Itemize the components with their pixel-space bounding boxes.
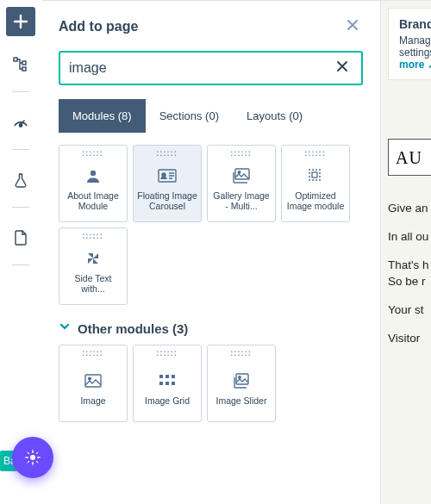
other-modules-header[interactable]: Other modules (3)	[59, 320, 363, 336]
add-button[interactable]	[6, 7, 35, 36]
drag-handle-icon: ••••••••••••	[83, 233, 104, 240]
svg-rect-26	[172, 375, 175, 378]
module-label: Image Grid	[143, 395, 191, 406]
svg-point-6	[162, 173, 166, 177]
dots-square-icon	[308, 165, 323, 187]
svg-rect-1	[22, 61, 26, 65]
svg-point-15	[309, 176, 310, 177]
svg-point-20	[319, 179, 321, 181]
sparkle-icon	[22, 447, 43, 468]
grid-icon	[159, 370, 175, 392]
module-optimized-image[interactable]: •••••••••••• Optimized Image module	[281, 145, 350, 222]
person-icon	[84, 165, 102, 187]
module-label: About Image Module	[61, 190, 125, 211]
svg-point-4	[91, 171, 96, 176]
svg-rect-25	[166, 375, 169, 378]
drag-handle-icon: ••••••••••••	[157, 350, 178, 357]
panel-title: Add to page	[59, 19, 138, 34]
theme-module-grid: •••••••••••• About Image Module ••••••••…	[59, 145, 363, 305]
module-label: Floating Image Carousel	[135, 190, 199, 211]
svg-point-23	[89, 377, 91, 380]
chevron-down-icon	[59, 320, 71, 336]
preview-logo-text: AU	[396, 148, 422, 167]
svg-rect-21	[312, 172, 317, 177]
id-card-icon	[158, 165, 177, 187]
svg-point-14	[319, 172, 321, 174]
svg-point-32	[30, 455, 35, 460]
module-image[interactable]: •••••••••••• Image	[59, 345, 128, 422]
tab-layouts[interactable]: Layouts (0)	[233, 99, 316, 133]
image-icon	[84, 370, 102, 392]
tabs: Modules (8) Sections (0) Layouts (0)	[59, 99, 363, 133]
svg-rect-28	[166, 382, 169, 385]
section-title: Other modules (3)	[78, 321, 188, 336]
preview-text: In all ou	[388, 230, 431, 243]
tab-modules[interactable]: Modules (8)	[59, 99, 146, 133]
search-field[interactable]	[59, 51, 363, 85]
flask-icon[interactable]	[6, 165, 35, 195]
svg-point-16	[319, 176, 321, 177]
add-to-page-panel: Add to page Modules (8) Sections (0) Lay…	[41, 0, 381, 504]
svg-point-8	[238, 171, 240, 174]
svg-point-3	[19, 124, 22, 127]
preview-text: Visitor	[388, 332, 431, 345]
module-label: Optimized Image module	[284, 190, 347, 211]
drag-handle-icon: ••••••••••••	[231, 350, 253, 357]
close-icon[interactable]	[342, 15, 363, 39]
preview-logo: AU	[388, 139, 431, 176]
tab-sections[interactable]: Sections (0)	[146, 99, 233, 133]
module-floating-carousel[interactable]: •••••••••••• Floating Image Carousel	[133, 145, 202, 222]
preview-text: That's h	[388, 258, 431, 271]
brand-settings-card[interactable]: Brand Manage settings more ↗	[388, 8, 431, 80]
module-side-text[interactable]: •••••••••••• Side Text with...	[59, 227, 128, 305]
module-image-slider[interactable]: •••••••••••• Image Slider	[207, 345, 276, 422]
brand-title: Brand	[399, 17, 431, 31]
preview-text: Your st	[388, 303, 431, 316]
svg-point-11	[315, 169, 317, 171]
svg-rect-30	[236, 374, 248, 384]
gauge-icon[interactable]	[6, 108, 35, 137]
svg-point-10	[312, 169, 314, 171]
svg-point-13	[309, 172, 310, 174]
left-rail	[0, 0, 41, 504]
svg-rect-22	[85, 375, 101, 387]
drag-handle-icon: ••••••••••••	[305, 150, 327, 157]
preview-text: Give an	[388, 202, 431, 215]
svg-point-19	[315, 179, 317, 181]
page-preview: Brand Manage settings more ↗ AU Give an …	[381, 0, 431, 504]
module-label: Image Slider	[215, 395, 269, 406]
module-gallery-image[interactable]: •••••••••••• Gallery Image - Multi...	[207, 145, 276, 222]
gallery-icon	[232, 165, 251, 187]
svg-rect-24	[159, 375, 163, 378]
svg-point-18	[312, 179, 314, 181]
clear-search-icon[interactable]	[332, 59, 353, 77]
drag-handle-icon: ••••••••••••	[231, 150, 253, 157]
svg-point-17	[309, 179, 310, 181]
svg-rect-27	[159, 382, 163, 385]
svg-rect-2	[22, 67, 26, 71]
brand-more-link[interactable]: more ↗	[399, 59, 431, 71]
svg-point-12	[319, 169, 321, 171]
assistant-fab[interactable]	[12, 437, 53, 478]
image-stack-icon	[232, 370, 251, 392]
brand-sub: Manage settings	[399, 34, 431, 59]
drag-handle-icon: ••••••••••••	[83, 150, 104, 157]
rail-divider-4	[12, 264, 29, 265]
pinwheel-icon	[85, 247, 101, 270]
rail-divider-2	[12, 149, 29, 150]
file-icon[interactable]	[6, 223, 35, 252]
drag-handle-icon: ••••••••••••	[83, 350, 104, 357]
svg-rect-29	[172, 382, 175, 385]
module-image-grid[interactable]: •••••••••••• Image Grid	[133, 345, 202, 422]
module-about-image[interactable]: •••••••••••• About Image Module	[59, 145, 128, 222]
other-module-grid: •••••••••••• Image •••••••••••• Image Gr…	[59, 345, 363, 422]
preview-text: So be r	[388, 275, 431, 288]
search-input[interactable]	[69, 60, 332, 76]
drag-handle-icon: ••••••••••••	[157, 150, 178, 157]
rail-divider	[12, 91, 29, 92]
module-label: Image	[78, 395, 107, 406]
tree-icon[interactable]	[6, 50, 35, 79]
svg-point-31	[239, 376, 240, 378]
module-label: Side Text with...	[61, 273, 125, 294]
svg-point-9	[309, 169, 310, 171]
